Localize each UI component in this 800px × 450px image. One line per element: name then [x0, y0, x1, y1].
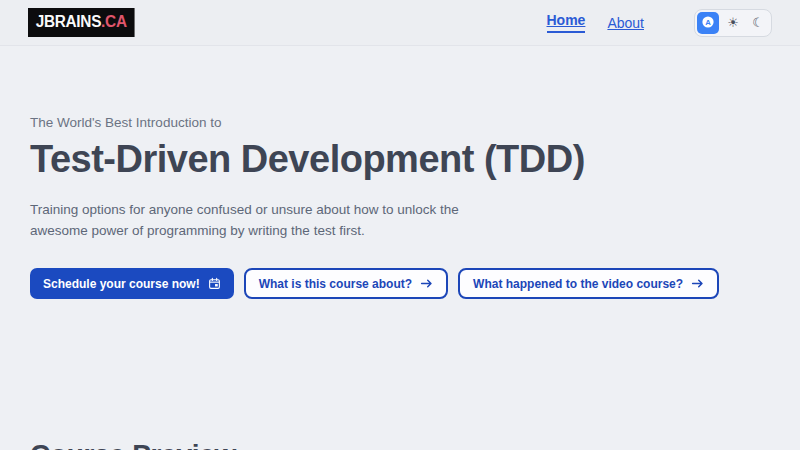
theme-dark-button[interactable]: ☾ — [747, 12, 769, 34]
auto-theme-icon: A — [701, 15, 715, 31]
video-course-label: What happened to the video course? — [473, 277, 683, 291]
logo-name: JBRAINS — [36, 13, 101, 30]
arrow-right-icon — [420, 277, 433, 290]
theme-light-button[interactable]: ☀ — [722, 12, 744, 34]
course-preview-heading: Course Preview — [30, 439, 236, 450]
nav-link-home[interactable]: Home — [547, 12, 586, 33]
svg-text:A: A — [705, 17, 711, 26]
hero-description-line-2: awesome power of programming by writing … — [30, 223, 365, 238]
page-title: Test-Driven Development (TDD) — [30, 137, 650, 182]
hero-description: Training options for anyone confused or … — [30, 199, 650, 241]
theme-auto-button[interactable]: A — [697, 12, 719, 34]
site-logo[interactable]: JBRAINS.CA — [28, 8, 134, 37]
calendar-icon — [208, 277, 221, 290]
course-about-button[interactable]: What is this course about? — [244, 268, 448, 299]
hero-section: The World's Best Introduction to Test-Dr… — [30, 114, 650, 299]
schedule-course-label: Schedule your course now! — [43, 277, 200, 291]
video-course-button[interactable]: What happened to the video course? — [458, 268, 719, 299]
hero-description-line-1: Training options for anyone confused or … — [30, 202, 459, 217]
nav-link-about[interactable]: About — [607, 15, 644, 31]
site-header: JBRAINS.CA Home About A ☀ ☾ — [0, 0, 800, 46]
course-about-label: What is this course about? — [259, 277, 412, 291]
hero-eyebrow: The World's Best Introduction to — [30, 114, 650, 132]
moon-icon: ☾ — [752, 16, 764, 29]
schedule-course-button[interactable]: Schedule your course now! — [30, 268, 234, 299]
main-nav: Home About A ☀ ☾ — [547, 9, 773, 37]
arrow-right-icon — [691, 277, 704, 290]
theme-toggle-group: A ☀ ☾ — [694, 9, 772, 37]
logo-tld: .CA — [101, 13, 127, 30]
sun-icon: ☀ — [727, 16, 739, 29]
cta-button-row: Schedule your course now! What is this c… — [30, 268, 650, 299]
